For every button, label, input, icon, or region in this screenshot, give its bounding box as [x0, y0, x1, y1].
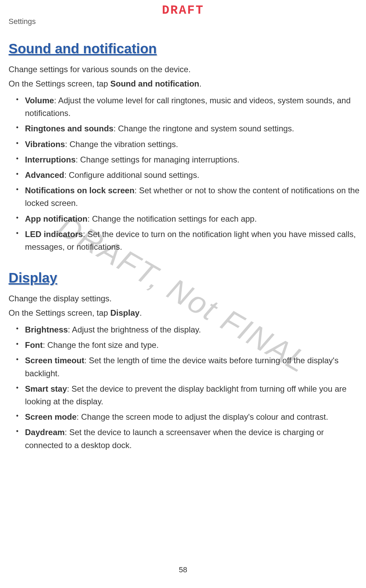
item-rest: : Change the screen mode to adjust the d… — [77, 412, 328, 421]
item-rest: : Configure additional sound settings. — [64, 170, 199, 180]
item-bold: App notification — [25, 214, 88, 223]
section-intro: Change the display settings. — [9, 292, 363, 305]
item-bold: Ringtones and sounds — [25, 124, 114, 133]
item-bold: Vibrations — [25, 140, 65, 149]
section-intro: Change settings for various sounds on th… — [9, 63, 363, 76]
item-rest: : Change the font size and type. — [43, 340, 159, 350]
item-rest: : Adjust the brightness of the display. — [68, 325, 201, 334]
item-bold: Advanced — [25, 170, 64, 180]
list-item: Ringtones and sounds: Change the rington… — [9, 122, 363, 135]
list-item: App notification: Change the notificatio… — [9, 212, 363, 225]
section-intro2: On the Settings screen, tap Sound and no… — [9, 78, 363, 90]
list-item: Daydream: Set the device to launch a scr… — [9, 426, 363, 451]
list-item: Interruptions: Change settings for manag… — [9, 153, 363, 166]
list-item: Brightness: Adjust the brightness of the… — [9, 323, 363, 336]
draft-header: DRAFT — [162, 3, 204, 17]
page-content: Sound and notification Change settings f… — [9, 41, 363, 454]
item-bold: Font — [25, 340, 43, 350]
section-intro2: On the Settings screen, tap Display. — [9, 307, 363, 319]
intro2-post: . — [140, 308, 142, 317]
intro2-pre: On the Settings screen, tap — [9, 79, 110, 88]
section-heading-display: Display — [9, 270, 363, 286]
item-rest: : Change settings for managing interrupt… — [76, 155, 239, 164]
list-item: Screen mode: Change the screen mode to a… — [9, 410, 363, 423]
list-item: Vibrations: Change the vibration setting… — [9, 138, 363, 151]
sound-items-list: Volume: Adjust the volume level for call… — [9, 94, 363, 253]
item-bold: Screen mode — [25, 412, 77, 421]
item-bold: Notifications on lock screen — [25, 186, 134, 195]
item-bold: LED indicators — [25, 230, 83, 239]
item-bold: Volume — [25, 96, 54, 105]
breadcrumb: Settings — [9, 17, 36, 26]
list-item: Advanced: Configure additional sound set… — [9, 169, 363, 181]
list-item: Volume: Adjust the volume level for call… — [9, 94, 363, 119]
item-bold: Daydream — [25, 428, 65, 437]
list-item: Smart stay: Set the device to prevent th… — [9, 382, 363, 408]
intro2-bold: Sound and notification — [110, 79, 199, 88]
list-item: Screen timeout: Set the length of time t… — [9, 354, 363, 379]
item-rest: : Change the ringtone and system sound s… — [114, 124, 294, 133]
item-rest: : Change the vibration settings. — [65, 140, 178, 149]
intro2-pre: On the Settings screen, tap — [9, 308, 110, 317]
item-bold: Interruptions — [25, 155, 76, 164]
display-items-list: Brightness: Adjust the brightness of the… — [9, 323, 363, 452]
list-item: LED indicators: Set the device to turn o… — [9, 228, 363, 253]
intro2-bold: Display — [110, 308, 140, 317]
item-bold: Screen timeout — [25, 356, 84, 365]
item-bold: Brightness — [25, 325, 68, 334]
item-rest: : Set the device to prevent the display … — [25, 384, 347, 406]
list-item: Notifications on lock screen: Set whethe… — [9, 184, 363, 209]
item-bold: Smart stay — [25, 384, 67, 393]
page-number: 58 — [179, 565, 187, 574]
intro2-post: . — [199, 79, 201, 88]
item-rest: : Adjust the volume level for call ringt… — [25, 96, 351, 118]
list-item: Font: Change the font size and type. — [9, 339, 363, 351]
section-heading-sound: Sound and notification — [9, 41, 363, 56]
item-rest: : Change the notification settings for e… — [88, 214, 257, 223]
item-rest: : Set the device to launch a screensaver… — [25, 428, 324, 449]
